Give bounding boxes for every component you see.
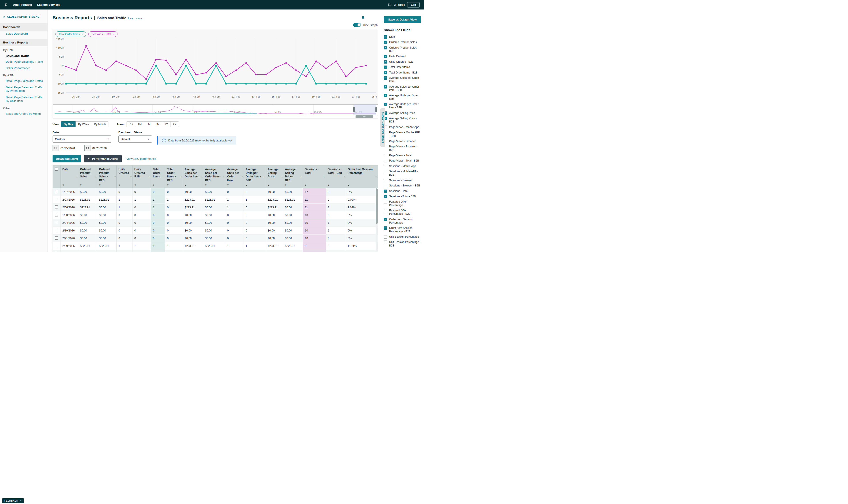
column-header-order-item-session-percentage[interactable]: Order Item Session Percentage↑↓∨ bbox=[346, 165, 378, 188]
field-ordered-product-sales[interactable]: ✓Ordered Product Sales bbox=[384, 41, 421, 44]
checkbox-sessions-total-b2b[interactable]: ✓ bbox=[384, 195, 387, 198]
column-header-average-sales-per-order-item[interactable]: Average Sales per Order Item↑↓∨ bbox=[183, 165, 203, 188]
column-menu-icon[interactable]: ∨ bbox=[205, 184, 207, 187]
learn-more-link[interactable]: Learn more bbox=[128, 17, 142, 20]
view-option-by-day[interactable]: By Day bbox=[61, 121, 75, 127]
calendar-icon[interactable] bbox=[85, 145, 90, 151]
field-page-views-browser[interactable]: Page Views - Browser bbox=[384, 140, 421, 143]
sidebar-item-detail-page-sales-and-traffic-by-child-item[interactable]: Detail Page Sales and Traffic By Child I… bbox=[0, 94, 48, 104]
column-menu-icon[interactable]: ∨ bbox=[268, 184, 270, 187]
sort-icon[interactable]: ↑↓ bbox=[130, 175, 132, 178]
column-menu-icon[interactable]: ∨ bbox=[246, 184, 247, 187]
row-checkbox[interactable] bbox=[55, 221, 58, 224]
field-sessions-browser[interactable]: Sessions - Browser bbox=[384, 179, 421, 182]
checkbox-featured-offer-percentage-b2b[interactable] bbox=[384, 209, 387, 212]
checkbox-order-item-session-percentage[interactable]: ✓ bbox=[384, 218, 387, 221]
legend-chip-total-order-items[interactable]: Total Order Items× bbox=[55, 31, 86, 37]
row-checkbox[interactable] bbox=[55, 213, 58, 216]
checkbox-sessions-browser[interactable] bbox=[384, 179, 387, 182]
row-checkbox[interactable] bbox=[55, 198, 58, 201]
field-sessions-browser-b2b[interactable]: Sessions - Browser - B2B bbox=[384, 184, 421, 187]
field-featured-offer-percentage-b2b[interactable]: Featured Offer Percentage - B2B bbox=[384, 209, 421, 216]
column-header-sessions-total[interactable]: Sessions - Total↓∨ bbox=[303, 165, 326, 188]
sort-icon[interactable]: ↑↓ bbox=[114, 175, 116, 178]
select-all-checkbox[interactable] bbox=[53, 165, 60, 188]
column-header-average-sales-per-order-item-b2b[interactable]: Average Sales per Order Item - B2B↑↓∨ bbox=[203, 165, 225, 188]
checkbox-average-sales-per-order-item-b2b[interactable]: ✓ bbox=[384, 85, 387, 89]
edit-button[interactable]: Edit bbox=[407, 2, 420, 7]
zoom-option-1m[interactable]: 1M bbox=[135, 121, 144, 127]
start-date-input[interactable]: 01/25/2026 bbox=[53, 145, 81, 151]
scrollbar-thumb[interactable] bbox=[376, 188, 378, 224]
sort-icon[interactable]: ↓ bbox=[323, 174, 325, 179]
sidebar-item-sales-dashboard[interactable]: Sales Dashboard bbox=[0, 31, 48, 37]
close-reports-menu[interactable]: × CLOSE REPORTS MENU bbox=[0, 13, 48, 22]
column-menu-icon[interactable]: ∨ bbox=[305, 184, 307, 187]
sidebar-item-detail-page-sales-and-traffic[interactable]: Detail Page Sales and Traffic bbox=[0, 78, 48, 84]
sidebar-item-seller-performance[interactable]: Seller Performance bbox=[0, 65, 48, 72]
checkbox-featured-offer-percentage[interactable] bbox=[384, 200, 387, 203]
nav-add-products[interactable]: Add Products bbox=[13, 3, 32, 6]
end-date-input[interactable]: 02/25/2026 bbox=[84, 145, 113, 151]
table-scrollbar[interactable] bbox=[376, 188, 378, 252]
checkbox-total-order-items-b2b[interactable]: ✓ bbox=[384, 71, 387, 74]
nav-3p-apps[interactable]: 3P Apps bbox=[394, 3, 405, 6]
zoom-option-1y[interactable]: 1Y bbox=[162, 121, 171, 127]
row-checkbox[interactable] bbox=[55, 205, 58, 209]
view-option-by-week[interactable]: By Week bbox=[75, 121, 92, 127]
download-csv-button[interactable]: Download (.csv) bbox=[53, 155, 81, 162]
checkbox-order-item-session-percentage-b2b[interactable]: ✓ bbox=[384, 227, 387, 230]
view-option-by-month[interactable]: By Month bbox=[92, 121, 109, 127]
checkbox-units-ordered-b2b[interactable]: ✓ bbox=[384, 60, 387, 64]
sort-icon[interactable]: ↑↓ bbox=[180, 175, 182, 178]
bookmark-icon[interactable] bbox=[4, 3, 8, 6]
column-menu-icon[interactable]: ∨ bbox=[99, 184, 101, 187]
column-header-average-selling-price-b2b[interactable]: Average Selling Price - B2B↑↓∨ bbox=[283, 165, 303, 188]
sort-icon[interactable]: ↑↓ bbox=[263, 175, 265, 178]
sort-icon[interactable]: ↑↓ bbox=[343, 175, 345, 178]
column-header-sessions-total-b2b[interactable]: Sessions - Total - B2B↑↓∨ bbox=[326, 165, 346, 188]
sort-icon[interactable]: ↑↓ bbox=[241, 175, 243, 178]
checkbox-sessions-browser-b2b[interactable] bbox=[384, 184, 387, 187]
field-average-units-per-order-item-b2b[interactable]: ✓Average Units per Order Item - B2B bbox=[384, 103, 421, 109]
sort-icon[interactable]: ↑↓ bbox=[95, 175, 96, 178]
row-checkbox[interactable] bbox=[55, 229, 58, 232]
checkbox-sessions-mobile-app-b2b[interactable] bbox=[384, 170, 387, 173]
column-menu-icon[interactable]: ∨ bbox=[135, 184, 136, 187]
nav-explore-services[interactable]: Explore Services bbox=[37, 3, 60, 6]
sort-icon[interactable]: ↑↓ bbox=[300, 175, 302, 178]
column-menu-icon[interactable]: ∨ bbox=[119, 184, 120, 187]
column-header-units-ordered-b2b[interactable]: Units Ordered - B2B↑↓∨ bbox=[132, 165, 151, 188]
field-total-order-items[interactable]: ✓Total Order Items bbox=[384, 66, 421, 69]
column-menu-icon[interactable]: ∨ bbox=[285, 184, 287, 187]
column-header-average-selling-price[interactable]: Average Selling Price↑↓∨ bbox=[266, 165, 283, 188]
date-range-select[interactable]: Custom ∨ bbox=[53, 136, 111, 143]
save-default-view-button[interactable]: Save as Default View bbox=[384, 16, 421, 23]
checkbox-sessions-total[interactable]: ✓ bbox=[384, 190, 387, 193]
field-page-views-total[interactable]: Page Views - Total bbox=[384, 154, 421, 157]
checkbox-average-units-per-order-item-b2b[interactable]: ✓ bbox=[384, 103, 387, 106]
zoom-option-6m[interactable]: 6M bbox=[153, 121, 162, 127]
column-header-ordered-product-sales-b2b[interactable]: Ordered Product Sales - B2B↑↓∨ bbox=[97, 165, 116, 188]
show-hide-columns-tab[interactable]: SHOW/HIDE COLUMNS bbox=[380, 108, 385, 147]
zoom-option-2y[interactable]: 2Y bbox=[170, 121, 179, 127]
checkbox-units-ordered[interactable]: ✓ bbox=[384, 55, 387, 58]
field-sessions-total-b2b[interactable]: ✓Sessions - Total - B2B bbox=[384, 195, 421, 198]
field-sessions-mobile-app-b2b[interactable]: Sessions - Mobile APP - B2B bbox=[384, 170, 421, 177]
field-ordered-product-sales-b2b[interactable]: ✓Ordered Product Sales - B2B bbox=[384, 46, 421, 53]
checkbox-ordered-product-sales-b2b[interactable]: ✓ bbox=[384, 46, 387, 50]
sidebar-item-sales-and-traffic[interactable]: Sales and Traffic bbox=[0, 53, 48, 59]
row-checkbox[interactable] bbox=[55, 252, 58, 252]
field-page-views-total-b2b[interactable]: Page Views - Total - B2B bbox=[384, 159, 421, 162]
column-header-total-order-items-b2b[interactable]: Total Order Items - B2B↑↓∨ bbox=[165, 165, 183, 188]
legend-chip-sessions-total[interactable]: Sessions - Total× bbox=[88, 31, 118, 37]
sidebar-item-sales-and-orders-by-month[interactable]: Sales and Orders by Month bbox=[0, 111, 48, 117]
checkbox-ordered-product-sales[interactable]: ✓ bbox=[384, 41, 387, 44]
field-sessions-mobile-app[interactable]: Sessions - Mobile App bbox=[384, 165, 421, 168]
field-sessions-total[interactable]: ✓Sessions - Total bbox=[384, 190, 421, 193]
field-featured-offer-percentage[interactable]: Featured Offer Percentage bbox=[384, 200, 421, 207]
calendar-icon[interactable] bbox=[53, 145, 59, 151]
column-menu-icon[interactable]: ∨ bbox=[348, 184, 349, 187]
notification-bell-icon[interactable] bbox=[361, 15, 365, 20]
checkbox-sessions-mobile-app[interactable] bbox=[384, 165, 387, 168]
